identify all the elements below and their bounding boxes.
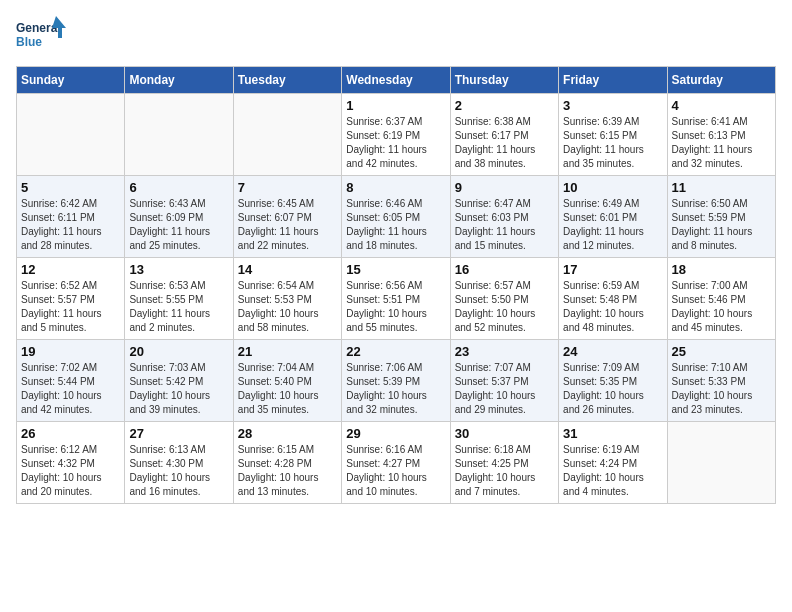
calendar-week-row: 12Sunrise: 6:52 AM Sunset: 5:57 PM Dayli… [17, 258, 776, 340]
day-info: Sunrise: 7:07 AM Sunset: 5:37 PM Dayligh… [455, 361, 554, 417]
day-number: 10 [563, 180, 662, 195]
weekday-header: Monday [125, 67, 233, 94]
day-number: 8 [346, 180, 445, 195]
day-number: 28 [238, 426, 337, 441]
day-info: Sunrise: 7:02 AM Sunset: 5:44 PM Dayligh… [21, 361, 120, 417]
day-number: 12 [21, 262, 120, 277]
calendar-cell: 29Sunrise: 6:16 AM Sunset: 4:27 PM Dayli… [342, 422, 450, 504]
day-info: Sunrise: 7:06 AM Sunset: 5:39 PM Dayligh… [346, 361, 445, 417]
calendar-cell [17, 94, 125, 176]
calendar-cell: 18Sunrise: 7:00 AM Sunset: 5:46 PM Dayli… [667, 258, 775, 340]
day-info: Sunrise: 6:18 AM Sunset: 4:25 PM Dayligh… [455, 443, 554, 499]
day-info: Sunrise: 6:47 AM Sunset: 6:03 PM Dayligh… [455, 197, 554, 253]
calendar-cell [233, 94, 341, 176]
calendar-cell: 15Sunrise: 6:56 AM Sunset: 5:51 PM Dayli… [342, 258, 450, 340]
calendar-cell: 1Sunrise: 6:37 AM Sunset: 6:19 PM Daylig… [342, 94, 450, 176]
calendar-cell: 8Sunrise: 6:46 AM Sunset: 6:05 PM Daylig… [342, 176, 450, 258]
logo: General Blue [16, 16, 66, 58]
weekday-header: Friday [559, 67, 667, 94]
day-number: 11 [672, 180, 771, 195]
day-number: 29 [346, 426, 445, 441]
calendar-cell: 11Sunrise: 6:50 AM Sunset: 5:59 PM Dayli… [667, 176, 775, 258]
day-number: 17 [563, 262, 662, 277]
day-number: 4 [672, 98, 771, 113]
page-header: General Blue [16, 16, 776, 58]
day-info: Sunrise: 6:54 AM Sunset: 5:53 PM Dayligh… [238, 279, 337, 335]
day-info: Sunrise: 6:59 AM Sunset: 5:48 PM Dayligh… [563, 279, 662, 335]
day-info: Sunrise: 6:13 AM Sunset: 4:30 PM Dayligh… [129, 443, 228, 499]
calendar-cell: 14Sunrise: 6:54 AM Sunset: 5:53 PM Dayli… [233, 258, 341, 340]
calendar-cell: 9Sunrise: 6:47 AM Sunset: 6:03 PM Daylig… [450, 176, 558, 258]
day-number: 5 [21, 180, 120, 195]
calendar-cell: 24Sunrise: 7:09 AM Sunset: 5:35 PM Dayli… [559, 340, 667, 422]
day-info: Sunrise: 6:42 AM Sunset: 6:11 PM Dayligh… [21, 197, 120, 253]
day-number: 27 [129, 426, 228, 441]
day-info: Sunrise: 6:52 AM Sunset: 5:57 PM Dayligh… [21, 279, 120, 335]
calendar-cell: 6Sunrise: 6:43 AM Sunset: 6:09 PM Daylig… [125, 176, 233, 258]
day-info: Sunrise: 6:57 AM Sunset: 5:50 PM Dayligh… [455, 279, 554, 335]
weekday-header: Tuesday [233, 67, 341, 94]
day-number: 2 [455, 98, 554, 113]
day-info: Sunrise: 6:37 AM Sunset: 6:19 PM Dayligh… [346, 115, 445, 171]
day-number: 22 [346, 344, 445, 359]
day-number: 6 [129, 180, 228, 195]
day-number: 9 [455, 180, 554, 195]
calendar-cell: 22Sunrise: 7:06 AM Sunset: 5:39 PM Dayli… [342, 340, 450, 422]
calendar-cell: 21Sunrise: 7:04 AM Sunset: 5:40 PM Dayli… [233, 340, 341, 422]
day-number: 19 [21, 344, 120, 359]
day-info: Sunrise: 6:39 AM Sunset: 6:15 PM Dayligh… [563, 115, 662, 171]
calendar-cell: 10Sunrise: 6:49 AM Sunset: 6:01 PM Dayli… [559, 176, 667, 258]
day-number: 15 [346, 262, 445, 277]
calendar-cell: 2Sunrise: 6:38 AM Sunset: 6:17 PM Daylig… [450, 94, 558, 176]
day-info: Sunrise: 6:56 AM Sunset: 5:51 PM Dayligh… [346, 279, 445, 335]
calendar-week-row: 1Sunrise: 6:37 AM Sunset: 6:19 PM Daylig… [17, 94, 776, 176]
svg-text:Blue: Blue [16, 35, 42, 49]
calendar-cell: 25Sunrise: 7:10 AM Sunset: 5:33 PM Dayli… [667, 340, 775, 422]
day-info: Sunrise: 7:09 AM Sunset: 5:35 PM Dayligh… [563, 361, 662, 417]
day-info: Sunrise: 6:46 AM Sunset: 6:05 PM Dayligh… [346, 197, 445, 253]
day-info: Sunrise: 6:50 AM Sunset: 5:59 PM Dayligh… [672, 197, 771, 253]
calendar-cell: 17Sunrise: 6:59 AM Sunset: 5:48 PM Dayli… [559, 258, 667, 340]
calendar-cell: 26Sunrise: 6:12 AM Sunset: 4:32 PM Dayli… [17, 422, 125, 504]
day-number: 31 [563, 426, 662, 441]
day-info: Sunrise: 6:38 AM Sunset: 6:17 PM Dayligh… [455, 115, 554, 171]
calendar-cell: 13Sunrise: 6:53 AM Sunset: 5:55 PM Dayli… [125, 258, 233, 340]
day-info: Sunrise: 6:41 AM Sunset: 6:13 PM Dayligh… [672, 115, 771, 171]
day-number: 25 [672, 344, 771, 359]
day-number: 30 [455, 426, 554, 441]
calendar-cell [667, 422, 775, 504]
calendar-week-row: 26Sunrise: 6:12 AM Sunset: 4:32 PM Dayli… [17, 422, 776, 504]
day-info: Sunrise: 6:43 AM Sunset: 6:09 PM Dayligh… [129, 197, 228, 253]
day-info: Sunrise: 6:12 AM Sunset: 4:32 PM Dayligh… [21, 443, 120, 499]
calendar-cell: 27Sunrise: 6:13 AM Sunset: 4:30 PM Dayli… [125, 422, 233, 504]
day-number: 20 [129, 344, 228, 359]
calendar-cell: 7Sunrise: 6:45 AM Sunset: 6:07 PM Daylig… [233, 176, 341, 258]
day-number: 13 [129, 262, 228, 277]
calendar-cell: 28Sunrise: 6:15 AM Sunset: 4:28 PM Dayli… [233, 422, 341, 504]
day-number: 14 [238, 262, 337, 277]
day-number: 7 [238, 180, 337, 195]
calendar-cell: 23Sunrise: 7:07 AM Sunset: 5:37 PM Dayli… [450, 340, 558, 422]
calendar-table: SundayMondayTuesdayWednesdayThursdayFrid… [16, 66, 776, 504]
day-info: Sunrise: 6:15 AM Sunset: 4:28 PM Dayligh… [238, 443, 337, 499]
day-info: Sunrise: 6:19 AM Sunset: 4:24 PM Dayligh… [563, 443, 662, 499]
day-number: 1 [346, 98, 445, 113]
weekday-header: Saturday [667, 67, 775, 94]
calendar-cell [125, 94, 233, 176]
calendar-cell: 4Sunrise: 6:41 AM Sunset: 6:13 PM Daylig… [667, 94, 775, 176]
weekday-header: Thursday [450, 67, 558, 94]
calendar-cell: 12Sunrise: 6:52 AM Sunset: 5:57 PM Dayli… [17, 258, 125, 340]
calendar-cell: 19Sunrise: 7:02 AM Sunset: 5:44 PM Dayli… [17, 340, 125, 422]
day-info: Sunrise: 7:03 AM Sunset: 5:42 PM Dayligh… [129, 361, 228, 417]
day-info: Sunrise: 6:49 AM Sunset: 6:01 PM Dayligh… [563, 197, 662, 253]
day-info: Sunrise: 6:53 AM Sunset: 5:55 PM Dayligh… [129, 279, 228, 335]
calendar-cell: 31Sunrise: 6:19 AM Sunset: 4:24 PM Dayli… [559, 422, 667, 504]
day-info: Sunrise: 6:16 AM Sunset: 4:27 PM Dayligh… [346, 443, 445, 499]
calendar-cell: 16Sunrise: 6:57 AM Sunset: 5:50 PM Dayli… [450, 258, 558, 340]
day-info: Sunrise: 7:04 AM Sunset: 5:40 PM Dayligh… [238, 361, 337, 417]
day-number: 26 [21, 426, 120, 441]
logo-svg: General Blue [16, 16, 66, 58]
calendar-cell: 20Sunrise: 7:03 AM Sunset: 5:42 PM Dayli… [125, 340, 233, 422]
weekday-header: Wednesday [342, 67, 450, 94]
day-info: Sunrise: 7:10 AM Sunset: 5:33 PM Dayligh… [672, 361, 771, 417]
